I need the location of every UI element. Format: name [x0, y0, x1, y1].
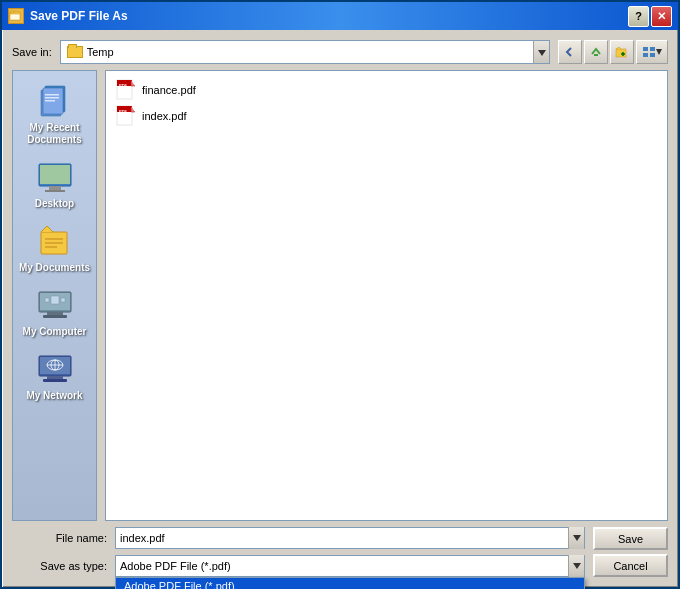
sidebar-label-recent: My RecentDocuments [27, 122, 81, 146]
sidebar-label-documents: My Documents [19, 262, 90, 274]
sidebar-item-desktop[interactable]: Desktop [16, 155, 94, 215]
view-button[interactable] [636, 40, 668, 64]
svg-rect-28 [61, 298, 65, 302]
save-in-arrow[interactable] [533, 41, 549, 64]
folder-icon [67, 46, 83, 58]
sidebar-item-documents[interactable]: My Documents [16, 219, 94, 279]
current-folder-text: Temp [87, 46, 545, 58]
svg-rect-16 [49, 186, 61, 190]
filename-combo[interactable]: index.pdf [115, 527, 585, 549]
filetype-combo[interactable]: Adobe PDF File (*.pdf) [115, 555, 585, 577]
file-item-finance[interactable]: PDF finance.pdf [112, 77, 661, 103]
sidebar: My RecentDocuments Desktop [12, 70, 97, 521]
sidebar-label-network: My Network [26, 390, 82, 402]
back-button[interactable] [558, 40, 582, 64]
svg-rect-17 [45, 190, 65, 192]
help-button[interactable]: ? [628, 6, 649, 27]
new-folder-button[interactable] [610, 40, 634, 64]
main-area: My RecentDocuments Desktop [12, 70, 668, 521]
pdf-icon-index: PDF [116, 105, 136, 127]
svg-rect-4 [643, 47, 648, 51]
my-documents-icon [37, 224, 73, 260]
dropdown-option-pdf[interactable]: Adobe PDF File (*.pdf) [116, 578, 584, 589]
filetype-row: Save as type: Adobe PDF File (*.pdf) Ado… [12, 555, 585, 577]
sidebar-item-computer[interactable]: My Computer [16, 283, 94, 343]
svg-text:PDF: PDF [119, 109, 128, 114]
dialog-body: Save in: Temp [2, 30, 678, 587]
filename-value: index.pdf [116, 532, 568, 544]
svg-rect-21 [45, 246, 57, 248]
my-computer-icon [37, 288, 73, 324]
save-in-label: Save in: [12, 46, 52, 58]
file-name-finance: finance.pdf [142, 84, 196, 96]
svg-rect-26 [51, 296, 59, 304]
svg-rect-32 [43, 379, 67, 382]
filetype-label: Save as type: [12, 560, 107, 572]
filetype-dropdown-menu: Adobe PDF File (*.pdf) PNG (*.png) JPEG … [115, 577, 585, 589]
svg-rect-2 [594, 54, 598, 56]
svg-rect-11 [45, 94, 59, 96]
nav-buttons [558, 40, 668, 64]
title-bar-left: Save PDF File As [8, 8, 128, 24]
svg-rect-31 [47, 376, 63, 379]
save-dialog: Save PDF File As ? ✕ Save in: Temp [0, 0, 680, 589]
svg-rect-19 [45, 238, 63, 240]
svg-rect-25 [43, 315, 67, 318]
sidebar-item-recent[interactable]: My RecentDocuments [16, 79, 94, 151]
svg-rect-1 [10, 14, 20, 20]
svg-text:PDF: PDF [119, 83, 128, 88]
recent-icon [37, 84, 73, 120]
desktop-icon [37, 160, 73, 196]
filename-label: File name: [12, 532, 107, 544]
svg-rect-7 [650, 53, 655, 57]
top-bar: Save in: Temp [12, 40, 668, 64]
action-buttons: Save Cancel [593, 527, 668, 577]
bottom-area: File name: index.pdf Save as type: [12, 527, 668, 577]
svg-rect-27 [45, 298, 49, 302]
cancel-button[interactable]: Cancel [593, 554, 668, 577]
filename-row: File name: index.pdf [12, 527, 585, 549]
svg-rect-24 [47, 312, 63, 315]
file-item-index[interactable]: PDF index.pdf [112, 103, 661, 129]
svg-rect-13 [45, 100, 55, 102]
svg-rect-20 [45, 242, 63, 244]
save-in-dropdown[interactable]: Temp [60, 40, 550, 64]
up-button[interactable] [584, 40, 608, 64]
file-list[interactable]: PDF finance.pdf PDF index.pdf [105, 70, 668, 521]
close-button[interactable]: ✕ [651, 6, 672, 27]
filetype-value: Adobe PDF File (*.pdf) [116, 560, 568, 572]
sidebar-label-desktop: Desktop [35, 198, 74, 210]
svg-rect-5 [650, 47, 655, 51]
title-bar-buttons: ? ✕ [628, 6, 672, 27]
filename-arrow[interactable] [568, 527, 584, 549]
svg-rect-3 [616, 49, 626, 57]
save-button[interactable]: Save [593, 527, 668, 550]
pdf-icon-finance: PDF [116, 79, 136, 101]
sidebar-label-computer: My Computer [23, 326, 87, 338]
title-text: Save PDF File As [30, 9, 128, 23]
sidebar-item-network[interactable]: My Network [16, 347, 94, 407]
title-bar: Save PDF File As ? ✕ [2, 2, 678, 30]
svg-rect-6 [643, 53, 648, 57]
window-icon [8, 8, 24, 24]
file-name-index: index.pdf [142, 110, 187, 122]
svg-rect-15 [40, 165, 70, 184]
my-network-icon [37, 352, 73, 388]
bottom-inputs: File name: index.pdf Save as type: [12, 527, 585, 577]
svg-rect-12 [45, 97, 59, 99]
filetype-arrow[interactable] [568, 555, 584, 577]
